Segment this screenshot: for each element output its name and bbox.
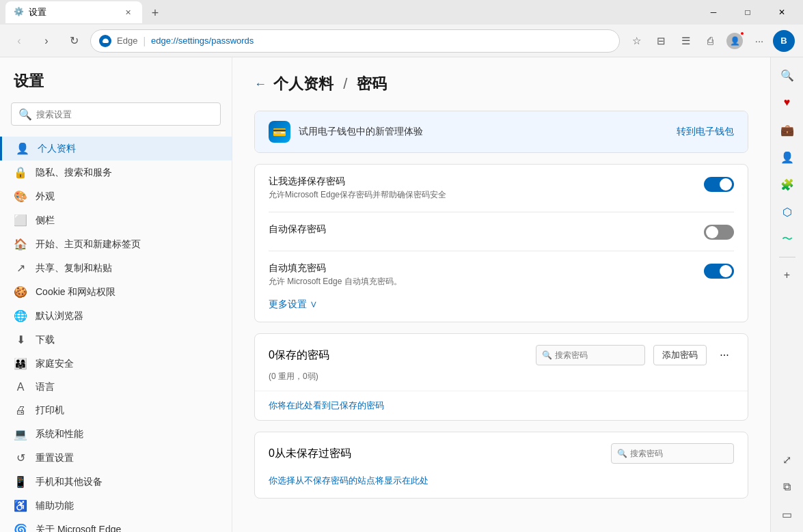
sidebar-history-button[interactable]: 👤: [775, 145, 800, 169]
forward-button[interactable]: ›: [36, 30, 57, 52]
close-button[interactable]: ✕: [766, 0, 798, 25]
autosave-toggle[interactable]: [704, 225, 734, 240]
nav-item-profile[interactable]: 👤 个人资料: [0, 137, 232, 160]
sidebar-wave-button[interactable]: 〜: [775, 227, 800, 251]
nav-item-cookies-label: Cookie 和网站权限: [36, 286, 115, 298]
nav-item-family[interactable]: 👨‍👩‍👧 家庭安全: [0, 352, 232, 376]
collections-button[interactable]: ⊟: [650, 30, 672, 52]
family-nav-icon: 👨‍👩‍👧: [14, 357, 27, 370]
wallet-link[interactable]: 转到电子钱包: [677, 126, 734, 138]
tab-icon: ⚙️: [14, 7, 25, 18]
nav-actions: ☆ ⊟ ☰ ⎙ 👤 ··· B: [625, 30, 795, 52]
address-url: edge://settings/passwords: [151, 36, 254, 46]
nav-item-downloads[interactable]: ⬇ 下载: [0, 328, 232, 352]
bing-button[interactable]: B: [773, 30, 795, 52]
maximize-button[interactable]: □: [732, 0, 763, 25]
never-saved-search[interactable]: 🔍: [611, 443, 734, 464]
nav-item-about[interactable]: 🌀 关于 Microsoft Edge: [0, 518, 232, 532]
sidebar-collections-button[interactable]: 💼: [775, 117, 800, 142]
phone-nav-icon: 📱: [14, 475, 27, 488]
sidebar-extensions-button[interactable]: 🧩: [775, 172, 800, 197]
favorites-button[interactable]: ☆: [625, 30, 647, 52]
offer-save-row: 让我选择保存密码 允许Microsoft Edge保存密码并帮助确保密码安全: [269, 176, 734, 201]
tab-bar: ⚙️ 设置 ✕ +: [5, 1, 692, 23]
sidebar-add-button[interactable]: +: [775, 263, 800, 288]
offer-save-desc: 允许Microsoft Edge保存密码并帮助确保密码安全: [269, 189, 704, 201]
window-controls: ─ □ ✕: [698, 0, 798, 25]
saved-passwords-search-input[interactable]: [555, 350, 639, 360]
nav-item-downloads-label: 下载: [36, 334, 55, 346]
never-saved-empty-msg: 你选择从不保存密码的站点将显示在此处: [255, 472, 748, 498]
nav-item-printer[interactable]: 🖨 打印机: [0, 399, 232, 422]
refresh-button[interactable]: ↻: [63, 30, 85, 52]
sidebar-expand-button[interactable]: ⤢: [775, 447, 800, 472]
screen-share-button[interactable]: ⎙: [699, 30, 721, 52]
offer-save-toggle[interactable]: [704, 177, 734, 192]
nav-item-reset-label: 重置设置: [36, 452, 74, 464]
never-saved-header: 0从未保存过密码 🔍: [255, 432, 748, 472]
wallet-banner-card: 💳 试用电子钱包中的新管理体验 转到电子钱包: [254, 111, 748, 153]
cookies-nav-icon: 🍪: [14, 285, 27, 298]
nav-item-language-label: 语言: [36, 381, 55, 393]
autofill-row: 自动填充密码 允许 Microsoft Edge 自动填充密码。: [269, 262, 734, 288]
address-brand: Edge: [117, 36, 137, 46]
sidebar-minimize-button[interactable]: ▭: [775, 502, 800, 527]
breadcrumb-sep: /: [343, 75, 347, 92]
nav-item-sidebar[interactable]: ⬜ 侧栏: [0, 208, 232, 232]
address-separator: |: [143, 36, 146, 46]
settings-search-box[interactable]: 🔍: [11, 102, 221, 126]
sidebar-copy-button[interactable]: ⧉: [775, 475, 800, 499]
nav-item-family-label: 家庭安全: [36, 358, 74, 370]
nav-item-system[interactable]: 💻 系统和性能: [0, 422, 232, 446]
sidebar-favorites-button[interactable]: ♥: [775, 90, 800, 115]
autofill-info: 自动填充密码 允许 Microsoft Edge 自动填充密码。: [269, 262, 704, 288]
saved-passwords-more-button[interactable]: ···: [715, 346, 734, 365]
autosave-row: 自动保存密码: [269, 223, 734, 240]
nav-item-sidebar-label: 侧栏: [36, 214, 55, 227]
wallet-icon: 💳: [269, 121, 290, 143]
nav-item-start-label: 开始、主页和新建标签页: [36, 238, 141, 251]
sidebar-outlook-button[interactable]: ⬡: [775, 199, 800, 224]
nav-bar: ‹ › ↻ Edge | edge://settings/passwords ☆…: [0, 25, 803, 57]
autofill-toggle[interactable]: [704, 264, 734, 279]
wallet-text: 试用电子钱包中的新管理体验: [299, 126, 668, 138]
sidebar-search-button[interactable]: 🔍: [775, 63, 800, 87]
new-tab-button[interactable]: +: [145, 3, 165, 23]
address-bar[interactable]: Edge | edge://settings/passwords: [90, 29, 620, 53]
wallet-banner: 💳 试用电子钱包中的新管理体验 转到电子钱包: [255, 111, 748, 152]
nav-item-start[interactable]: 🏠 开始、主页和新建标签页: [0, 232, 232, 256]
active-tab[interactable]: ⚙️ 设置 ✕: [5, 1, 142, 23]
appearance-nav-icon: 🎨: [14, 190, 27, 203]
reset-nav-icon: ↺: [14, 451, 27, 464]
nav-item-default-browser[interactable]: 🌐 默认浏览器: [0, 304, 232, 328]
settings-title: 设置: [0, 71, 232, 102]
search-small-icon: 🔍: [542, 350, 552, 360]
breadcrumb-back-button[interactable]: ←: [254, 77, 267, 92]
profile-button[interactable]: 👤: [724, 30, 746, 52]
nav-item-cookies[interactable]: 🍪 Cookie 和网站权限: [0, 280, 232, 304]
offer-save-label: 让我选择保存密码: [269, 176, 704, 188]
nav-item-reset[interactable]: ↺ 重置设置: [0, 446, 232, 470]
nav-item-phone-label: 手机和其他设备: [36, 476, 103, 488]
more-menu-button[interactable]: ···: [748, 30, 770, 52]
back-button[interactable]: ‹: [8, 30, 30, 52]
settings-search-input[interactable]: [36, 109, 213, 120]
add-password-button[interactable]: 添加密码: [653, 345, 707, 365]
saved-passwords-subtitle: (0 重用，0弱): [255, 371, 748, 391]
autofill-desc: 允许 Microsoft Edge 自动填充密码。: [269, 276, 704, 288]
tab-close-button[interactable]: ✕: [122, 6, 134, 18]
nav-item-phone[interactable]: 📱 手机和其他设备: [0, 470, 232, 494]
saved-passwords-header: 0保存的密码 🔍 添加密码 ···: [255, 334, 748, 371]
saved-passwords-search[interactable]: 🔍: [536, 345, 645, 365]
nav-item-accessibility[interactable]: ♿ 辅助功能: [0, 494, 232, 518]
minimize-button[interactable]: ─: [698, 0, 729, 25]
nav-item-share[interactable]: ↗ 共享、复制和粘贴: [0, 256, 232, 280]
language-nav-icon: A: [14, 381, 27, 393]
nav-item-language[interactable]: A 语言: [0, 376, 232, 399]
never-saved-search-input[interactable]: [630, 449, 728, 458]
reading-mode-button[interactable]: ☰: [675, 30, 696, 52]
settings-main: ← 个人资料 / 密码 💳 试用电子钱包中的新管理体验 转到电子钱包: [232, 57, 770, 532]
more-settings-link[interactable]: 更多设置 ∨: [269, 298, 734, 311]
nav-item-privacy[interactable]: 🔒 隐私、搜索和服务: [0, 160, 232, 184]
nav-item-appearance[interactable]: 🎨 外观: [0, 184, 232, 208]
